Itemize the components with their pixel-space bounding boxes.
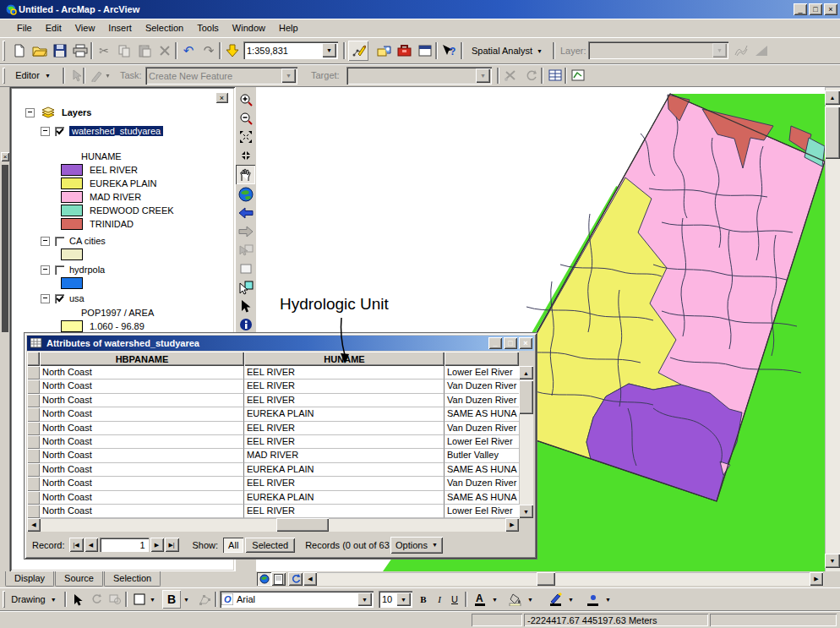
menu-item[interactable]: Edit xyxy=(39,20,68,35)
select-elements-tool[interactable] xyxy=(69,591,86,608)
shape-tool[interactable] xyxy=(130,591,149,608)
table-row[interactable]: North Coast EUREKA PLAIN SAME AS HUNA xyxy=(27,463,519,477)
sketch-properties-icon[interactable] xyxy=(569,66,587,85)
legend-swatch[interactable] xyxy=(61,277,83,289)
bold-button[interactable]: B xyxy=(416,591,431,608)
attribute-table-titlebar[interactable]: Attributes of watershed_studyarea _ □ × xyxy=(27,336,534,351)
show-all-button[interactable]: All xyxy=(223,538,243,553)
arctoolbox-button[interactable] xyxy=(395,41,414,60)
line-color-button[interactable] xyxy=(546,591,566,608)
scroll-down-icon[interactable]: ▼ xyxy=(519,505,533,518)
scroll-up-icon[interactable]: ▲ xyxy=(825,90,840,105)
redo-button[interactable]: ↷ xyxy=(199,41,218,60)
scroll-left-icon[interactable]: ◀ xyxy=(303,572,317,586)
chevron-down-icon[interactable]: ▼ xyxy=(396,593,411,606)
table-row[interactable]: North Coast EEL RIVER Lower Eel River xyxy=(27,505,519,518)
layer-name[interactable]: hydrpola xyxy=(69,265,105,275)
font-combo[interactable]: O Arial ▼ xyxy=(220,591,374,608)
menu-item[interactable]: View xyxy=(68,20,102,35)
chevron-down-icon[interactable]: ▼ xyxy=(605,597,611,603)
legend-swatch[interactable] xyxy=(61,177,83,189)
minimize-button[interactable]: _ xyxy=(488,337,502,349)
next-record-button[interactable]: ▶ xyxy=(150,538,164,552)
dock-close-icon[interactable]: × xyxy=(1,152,9,161)
zoom-out-tool[interactable] xyxy=(237,109,255,128)
clear-selection-tool[interactable] xyxy=(237,259,255,278)
table-row[interactable]: North Coast EEL RIVER Van Duzen River xyxy=(27,394,519,407)
chevron-down-icon[interactable]: ▼ xyxy=(150,597,155,603)
chevron-down-icon[interactable]: ▼ xyxy=(492,597,498,603)
previous-record-button[interactable]: ◀ xyxy=(85,538,98,552)
toc-layer-usa[interactable]: usa xyxy=(41,292,235,305)
scrollbar-thumb[interactable] xyxy=(519,380,533,414)
menu-item[interactable]: File xyxy=(10,20,39,35)
layer-name[interactable]: watershed_studyarea xyxy=(69,126,163,136)
row-selector[interactable] xyxy=(27,407,40,421)
row-selector[interactable] xyxy=(27,491,40,505)
table-horizontal-scrollbar[interactable]: ◀ ▶ xyxy=(27,518,519,532)
copy-button[interactable] xyxy=(115,41,134,60)
toc-tab[interactable]: Source xyxy=(55,571,103,587)
new-text-tool[interactable]: B xyxy=(162,590,181,609)
data-view-button[interactable] xyxy=(257,572,271,586)
add-data-button[interactable] xyxy=(223,41,242,60)
record-number-input[interactable] xyxy=(100,538,149,552)
row-selector[interactable] xyxy=(27,505,40,518)
toc-tab[interactable]: Selection xyxy=(104,571,161,587)
close-button[interactable]: × xyxy=(519,337,532,349)
chevron-down-icon[interactable]: ▼ xyxy=(322,43,336,57)
fill-color-button[interactable] xyxy=(505,591,526,608)
select-elements-tool[interactable] xyxy=(237,297,255,315)
minimize-button[interactable]: _ xyxy=(794,3,807,15)
print-button[interactable] xyxy=(71,41,90,60)
toc-tab[interactable]: Display xyxy=(5,571,54,587)
layer-checkbox[interactable] xyxy=(55,294,64,303)
menu-item[interactable]: Selection xyxy=(139,20,190,35)
select-graphics-tool[interactable] xyxy=(237,278,255,297)
options-button[interactable]: Options ▼ xyxy=(390,537,443,554)
toc-layer-hydrpola[interactable]: hydrpola xyxy=(41,263,235,276)
underline-button[interactable]: U xyxy=(447,591,462,608)
chevron-down-icon[interactable]: ▼ xyxy=(357,593,372,606)
row-selector[interactable] xyxy=(27,477,40,490)
scrollbar-thumb[interactable] xyxy=(276,518,329,532)
layer-name[interactable]: usa xyxy=(69,293,85,303)
layer-checkbox[interactable] xyxy=(55,265,64,275)
scroll-left-icon[interactable]: ◀ xyxy=(27,518,41,532)
undo-button[interactable]: ↶ xyxy=(179,41,198,60)
row-selector[interactable] xyxy=(27,449,40,462)
table-row[interactable]: North Coast EUREKA PLAIN SAME AS HUNA xyxy=(27,491,519,505)
row-selector[interactable] xyxy=(27,463,40,477)
table-vertical-scrollbar[interactable]: ▲ ▼ xyxy=(519,366,533,518)
map-scale-combo[interactable]: 1:359,831 ▼ xyxy=(243,41,338,59)
font-color-button[interactable]: A xyxy=(470,591,490,608)
layer-checkbox[interactable] xyxy=(55,127,64,136)
map-vertical-scrollbar[interactable]: ▲ ▼ xyxy=(825,87,840,571)
scrollbar-thumb[interactable] xyxy=(537,572,555,586)
attributes-dialog-icon[interactable] xyxy=(546,66,565,85)
table-row[interactable]: North Coast MAD RIVER Butler Valley xyxy=(27,449,519,462)
column-header[interactable] xyxy=(445,352,519,366)
select-features-tool[interactable] xyxy=(237,241,255,259)
chevron-down-icon[interactable]: ▼ xyxy=(183,597,189,603)
pan-tool[interactable] xyxy=(236,165,255,184)
show-selected-button[interactable]: Selected xyxy=(245,538,295,553)
row-selector[interactable] xyxy=(27,394,40,407)
collapse-icon[interactable] xyxy=(25,108,35,117)
legend-swatch[interactable] xyxy=(61,205,83,216)
spatial-analyst-menu[interactable]: Spatial Analyst ▼ xyxy=(466,41,548,60)
menu-item[interactable]: Insert xyxy=(101,20,139,35)
marker-color-button[interactable] xyxy=(583,591,603,608)
command-dialog-button[interactable] xyxy=(416,41,434,60)
zoom-in-tool[interactable] xyxy=(237,90,255,109)
close-button[interactable]: × xyxy=(824,3,837,15)
editor-menu[interactable]: Editor ▼ xyxy=(8,67,57,84)
last-record-button[interactable]: ▶| xyxy=(165,538,179,552)
toc-layer-ca-cities[interactable]: CA cities xyxy=(41,234,235,248)
row-selector[interactable] xyxy=(27,422,40,435)
scroll-down-icon[interactable]: ▼ xyxy=(825,554,840,568)
maximize-button[interactable]: □ xyxy=(809,3,822,15)
collapse-icon[interactable] xyxy=(41,265,50,275)
go-back-extent-tool[interactable] xyxy=(237,204,255,222)
fixed-zoom-out-tool[interactable] xyxy=(237,146,255,165)
